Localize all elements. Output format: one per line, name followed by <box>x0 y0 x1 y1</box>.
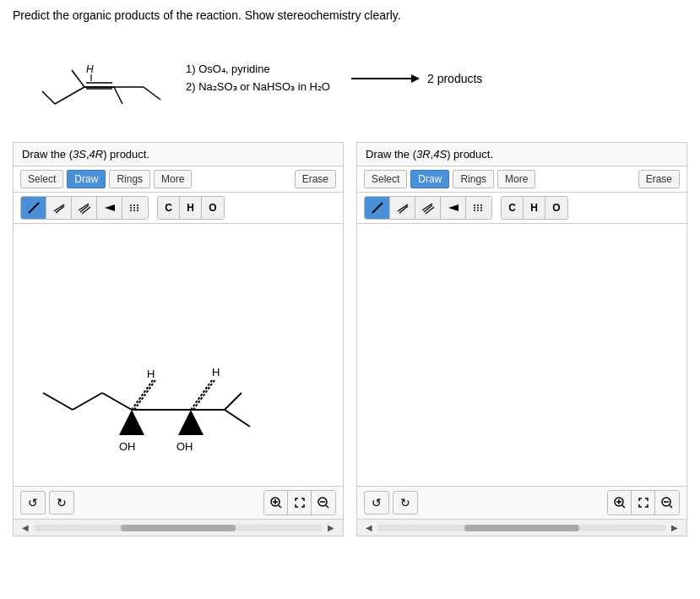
right-wedge-bond-btn[interactable] <box>441 197 466 219</box>
right-draw-button[interactable]: Draw <box>410 170 449 188</box>
svg-line-6 <box>144 87 160 100</box>
left-hydrogen-btn[interactable]: H <box>180 197 202 219</box>
right-atom-group: C H O <box>501 196 568 220</box>
left-molecule-svg: H H OH OH <box>14 224 343 486</box>
left-single-bond-btn[interactable] <box>21 197 46 219</box>
svg-marker-30 <box>119 410 144 435</box>
left-select-button[interactable]: Select <box>20 170 63 188</box>
left-footer-right <box>263 490 336 515</box>
left-toolbar: Select Draw Rings More Erase <box>14 166 343 193</box>
step1-text: 1) OsO₄, pyridine <box>186 61 330 79</box>
left-footer-left: ↺ ↻ <box>20 491 74 515</box>
right-erase-button[interactable]: Erase <box>638 170 680 188</box>
right-zoom-out-button[interactable] <box>655 491 679 515</box>
svg-line-9 <box>72 70 84 87</box>
left-bond-group <box>20 196 149 220</box>
left-footer: ↺ ↻ <box>14 486 343 519</box>
right-footer-right <box>607 490 680 515</box>
right-panel-title: Draw the (3R,4S) product. <box>357 143 686 166</box>
left-redo-button[interactable]: ↻ <box>49 491 74 515</box>
question-text: Predict the organic products of the reac… <box>13 8 687 22</box>
svg-text:H: H <box>86 63 94 75</box>
reaction-container: H 1) OsO₄, pyridine 2) Na₂SO₃ or NaHSO₃ … <box>38 32 687 125</box>
svg-line-37 <box>225 410 250 427</box>
right-select-button[interactable]: Select <box>364 170 407 188</box>
left-bond-toolbar: C H O <box>14 193 343 224</box>
left-scrollbar-thumb <box>121 525 236 531</box>
left-carbon-btn[interactable]: C <box>158 197 180 219</box>
left-atom-group: C H O <box>157 196 225 220</box>
right-undo-button[interactable]: ↺ <box>364 491 389 515</box>
right-footer: ↺ ↻ <box>357 486 686 519</box>
right-bond-toolbar: C H O <box>357 193 686 224</box>
svg-text:H: H <box>212 366 220 378</box>
svg-line-22 <box>73 393 102 410</box>
right-scroll-left[interactable]: ◀ <box>364 521 374 534</box>
left-scrollbar: ◀ ▶ <box>14 519 343 536</box>
svg-line-12 <box>29 203 39 213</box>
svg-line-40 <box>279 505 281 508</box>
right-carbon-btn[interactable]: C <box>502 197 524 219</box>
reaction-conditions: 1) OsO₄, pyridine 2) Na₂SO₃ or NaHSO₃ in… <box>186 61 330 96</box>
right-redo-button[interactable]: ↻ <box>393 491 418 515</box>
left-drawing-area[interactable]: H H OH OH <box>14 224 343 486</box>
left-wedge-bond-btn[interactable] <box>97 197 122 219</box>
right-scrollbar-thumb <box>464 525 580 531</box>
svg-line-29 <box>193 380 214 410</box>
svg-line-10 <box>114 87 122 104</box>
right-dash-bond-btn[interactable] <box>466 197 491 219</box>
right-toolbar: Select Draw Rings More Erase <box>357 166 686 193</box>
svg-marker-52 <box>448 204 459 211</box>
svg-line-11 <box>42 91 55 104</box>
svg-line-17 <box>82 207 90 214</box>
left-oxygen-btn[interactable]: O <box>202 197 224 219</box>
svg-text:OH: OH <box>176 440 193 453</box>
right-double-bond-btn[interactable] <box>390 197 415 219</box>
left-zoom-reset-button[interactable] <box>288 491 312 515</box>
left-triple-bond-btn[interactable] <box>72 197 97 219</box>
svg-marker-31 <box>178 410 203 435</box>
left-erase-button[interactable]: Erase <box>295 170 336 188</box>
right-hydrogen-btn[interactable]: H <box>524 197 545 219</box>
svg-line-24 <box>43 393 73 410</box>
right-zoom-reset-button[interactable] <box>632 491 655 515</box>
svg-text:OH: OH <box>119 440 136 453</box>
svg-line-46 <box>372 203 383 213</box>
step2-text: 2) Na₂SO₃ or NaHSO₃ in H₂O <box>186 79 330 96</box>
reaction-conditions-container: 1) OsO₄, pyridine 2) Na₂SO₃ or NaHSO₃ in… <box>186 61 330 96</box>
right-zoom-group <box>607 490 680 515</box>
svg-line-26 <box>132 380 153 410</box>
left-zoom-out-button[interactable] <box>312 491 335 515</box>
left-scroll-left[interactable]: ◀ <box>20 521 30 534</box>
right-rings-button[interactable]: Rings <box>453 170 494 188</box>
left-panel-title: Draw the (3S,4R) product. <box>14 143 343 166</box>
left-dash-bond-btn[interactable] <box>122 197 148 219</box>
left-scroll-right[interactable]: ▶ <box>326 521 336 534</box>
svg-line-38 <box>225 393 241 410</box>
right-single-bond-btn[interactable] <box>365 197 390 219</box>
left-more-button[interactable]: More <box>154 170 192 188</box>
left-rings-button[interactable]: Rings <box>109 170 150 188</box>
right-zoom-in-button[interactable] <box>608 491 632 515</box>
left-h-scrollbar[interactable] <box>34 525 323 531</box>
products-label: 2 products <box>427 72 482 85</box>
svg-line-44 <box>326 505 328 508</box>
right-drawing-area[interactable] <box>357 224 686 486</box>
svg-line-23 <box>102 393 132 410</box>
right-more-button[interactable]: More <box>497 170 535 188</box>
left-zoom-in-button[interactable] <box>264 491 288 515</box>
right-h-scrollbar[interactable] <box>377 525 666 531</box>
right-scroll-right[interactable]: ▶ <box>670 521 680 534</box>
right-oxygen-btn[interactable]: O <box>545 197 567 219</box>
svg-line-61 <box>670 505 672 508</box>
starting-material-svg: H <box>38 32 173 125</box>
left-undo-button[interactable]: ↺ <box>20 491 46 515</box>
right-triple-bond-btn[interactable] <box>415 197 441 219</box>
svg-text:H: H <box>147 368 155 380</box>
drawers-row: Draw the (3S,4R) product. Select Draw Ri… <box>13 142 687 536</box>
svg-line-28 <box>191 380 212 410</box>
svg-line-51 <box>426 207 434 214</box>
left-draw-button[interactable]: Draw <box>67 170 106 188</box>
svg-marker-18 <box>105 204 115 211</box>
left-double-bond-btn[interactable] <box>46 197 72 219</box>
